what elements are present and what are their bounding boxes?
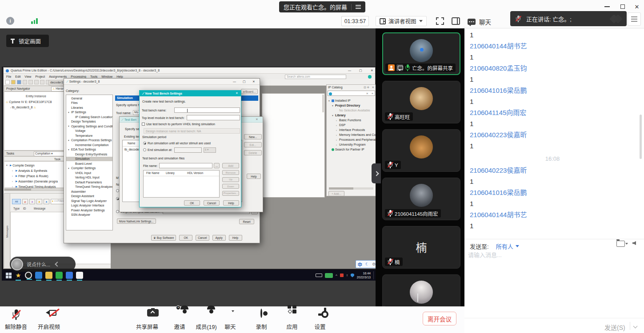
message-sound-icon[interactable] — [632, 241, 636, 245]
lock-screen-button[interactable]: 锁定画面 — [6, 35, 49, 47]
settings-button[interactable]: 设置 — [304, 309, 336, 331]
ip-tree-item[interactable]: ›University Program — [327, 142, 376, 147]
time-unit-selector[interactable]: s ▾ — [204, 147, 216, 153]
tray-defender-icon[interactable] — [351, 274, 354, 278]
file-browse-button[interactable]: ... — [214, 163, 220, 168]
participant-tile[interactable]: Y — [382, 129, 460, 172]
quartus-menu-item[interactable]: Edit — [15, 75, 20, 78]
share-screen-button[interactable]: 共享屏幕 — [132, 309, 163, 331]
ime-chinese-label[interactable]: 中 — [358, 261, 362, 268]
participant-tile[interactable]: 高旺旺 — [382, 81, 460, 123]
category-item[interactable]: Default Parameters — [66, 180, 112, 185]
more-nativelink-button[interactable]: More NativeLink Settings... — [117, 218, 156, 224]
taskbar-app-green[interactable] — [56, 272, 63, 279]
settings-button[interactable]: Cancel — [196, 235, 209, 241]
chat-menu-button[interactable] — [628, 12, 641, 26]
cut-icon[interactable] — [23, 80, 27, 84]
open-file-icon[interactable] — [11, 80, 16, 84]
participant-tile-sharing[interactable]: 亡念。的屏幕共享 — [382, 32, 460, 75]
category-item[interactable]: Signal Tap Logic Analyzer — [66, 198, 112, 203]
category-item[interactable]: Logic Analyzer Interface — [66, 203, 112, 208]
ip-tree-item[interactable]: ›Processors and Peripherals — [327, 137, 376, 142]
test-benches-close-icon[interactable]: ✕ — [256, 118, 258, 121]
category-item[interactable]: ▾Compiler Settings — [66, 166, 112, 171]
maximize-button[interactable] — [618, 2, 628, 11]
chat-scrollbar[interactable] — [640, 115, 642, 159]
category-item[interactable]: Design Templates — [66, 119, 112, 124]
ip-tree-item[interactable]: ▾Installed IP — [327, 98, 376, 103]
minimize-button[interactable] — [602, 2, 612, 11]
quartus-menu-item[interactable]: Tools — [90, 75, 97, 78]
category-item[interactable]: Voltage — [66, 129, 112, 134]
new-tb-button[interactable]: OK — [184, 200, 200, 206]
category-item[interactable]: Design Entry/Synthesis — [66, 152, 112, 157]
view-mode-button[interactable]: 演讲者视图 — [376, 16, 427, 26]
fullscreen-icon[interactable] — [436, 17, 444, 25]
tb-files-side-button[interactable]: Up — [222, 177, 239, 182]
show-desktop-divider[interactable] — [373, 271, 374, 279]
category-item[interactable]: Libraries — [66, 105, 112, 110]
category-item[interactable]: Assembler — [66, 189, 112, 194]
category-item[interactable]: Board-Level — [66, 161, 112, 166]
new-file-icon[interactable] — [5, 80, 10, 84]
send-to-selector[interactable]: 所有人 — [496, 242, 519, 250]
copy-icon[interactable] — [28, 80, 33, 84]
tb-files-side-button[interactable]: Remove — [222, 170, 239, 175]
ip-tree-item[interactable]: ›Basic Functions — [327, 118, 376, 123]
filter-error-icon[interactable]: ⊘ — [22, 199, 28, 204]
settings-button[interactable]: ♛ Buy Software — [151, 235, 176, 241]
apps-button[interactable]: 应用 — [276, 309, 308, 331]
ip-catalog-close-icon[interactable]: ✕ — [372, 86, 374, 89]
ip-add-button[interactable]: + Add... — [328, 191, 344, 196]
settings-maximize-icon[interactable]: ▢ — [243, 80, 246, 83]
settings-button[interactable]: Apply — [212, 235, 226, 241]
ip-catalog-pin-icon[interactable]: ⊡ ✛ — [364, 86, 369, 89]
category-item[interactable]: Power Analyzer Settings — [66, 208, 112, 213]
unmute-button[interactable]: 解除静音 — [0, 309, 32, 331]
ip-tree-item[interactable]: No Selection Available — [327, 108, 376, 113]
send-options-chevron-icon[interactable] — [633, 324, 638, 329]
category-item[interactable]: VHDL Input — [66, 170, 112, 175]
file-name-input[interactable] — [159, 163, 212, 168]
tray-expand-icon[interactable]: ^ — [336, 274, 337, 278]
start-video-button[interactable]: 开启视频 — [33, 309, 64, 331]
shared-screen-area[interactable]: 锁定画面 Quartus Prime Lite Edition - C:/Use… — [0, 28, 376, 306]
quartus-menu-item[interactable]: Help — [116, 75, 123, 78]
side-panel-icon[interactable] — [452, 17, 460, 25]
new-tb-button[interactable]: Cancel — [204, 200, 220, 206]
network-signal-icon[interactable] — [31, 18, 38, 24]
participant-tile[interactable]: 2106041145向雨宏 — [382, 178, 460, 220]
category-item[interactable]: ▾IP Settings — [66, 110, 112, 115]
settings-button[interactable]: OK — [179, 235, 192, 241]
banner-menu-icon[interactable] — [356, 5, 361, 9]
info-icon[interactable]: i — [6, 17, 14, 25]
chat-button[interactable]: 聊天 — [215, 309, 246, 331]
ip-tree-item[interactable]: Search for Partner IP — [327, 147, 376, 152]
quartus-menu-item[interactable]: File — [6, 75, 11, 78]
quartus-menu-item[interactable]: Processing — [71, 75, 86, 78]
tb-name-input[interactable] — [174, 107, 240, 113]
taskbar-app-star[interactable]: ★ — [15, 272, 22, 279]
ip-search-input[interactable]: ✕ ≡ — [328, 91, 375, 96]
category-item[interactable]: TimeQuest Timing Analyzer — [66, 185, 112, 190]
filter-critical-icon[interactable]: ▲ — [29, 199, 35, 204]
tb-module-input[interactable] — [187, 115, 240, 120]
leave-meeting-button[interactable]: 离开会议 — [423, 312, 456, 325]
quartus-menu-item[interactable]: Window — [101, 75, 112, 78]
ip-tree-item[interactable]: ▾Project Directory — [327, 103, 376, 108]
tray-upload-icon[interactable]: ↑ — [346, 274, 348, 278]
device-node[interactable]: ⚠ Cyclone IV E: EP4CE10F17C8 — [6, 100, 52, 103]
category-item[interactable]: Simulation — [66, 157, 112, 162]
taskbar-app-explorer[interactable] — [45, 272, 52, 279]
tb-button[interactable]: Edi... — [244, 142, 262, 147]
tray-red-icon[interactable] — [340, 274, 344, 277]
category-item[interactable]: ▾Operating Settings and Conditi — [66, 124, 112, 129]
paste-icon[interactable] — [34, 80, 39, 84]
settings-close-icon[interactable]: ✕ — [252, 80, 255, 83]
category-item[interactable]: Design Assistant — [66, 194, 112, 199]
taskbar-app-blue[interactable] — [66, 272, 73, 279]
close-button[interactable]: ✕ — [632, 2, 642, 11]
category-item[interactable]: SSN Analyzer — [66, 213, 112, 218]
quartus-menu-item[interactable]: Project — [35, 75, 45, 78]
end-sim-radio[interactable]: End simulation at: — [143, 148, 172, 151]
